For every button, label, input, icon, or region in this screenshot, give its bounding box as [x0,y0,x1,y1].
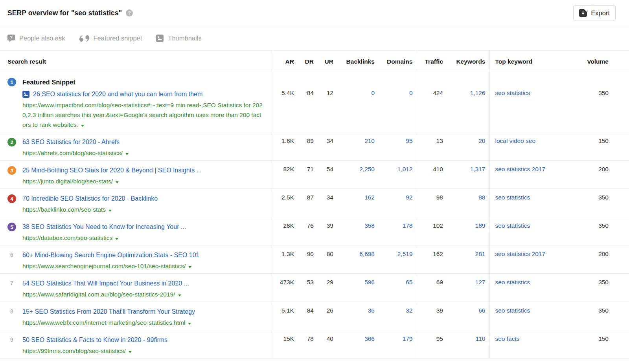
top-keyword-link[interactable]: seo facts [489,330,568,359]
result-url-line: https://www.searchenginejournal.com/seo-… [22,261,265,271]
search-result-layout: 538 SEO Statistics You Need to Know for … [0,222,272,243]
volume-value: 150 [568,330,629,359]
result-title-link[interactable]: 38 SEO Statistics You Need to Know for I… [22,222,186,232]
backlinks-link[interactable]: 596 [333,274,375,302]
url-dropdown-caret[interactable] [129,351,132,353]
backlinks-link[interactable]: 358 [333,217,375,245]
url-dropdown-caret[interactable] [188,266,191,268]
column-header-backlinks[interactable]: Backlinks [333,51,375,72]
domains-link[interactable]: 1,012 [375,161,417,189]
filter-thumbnails[interactable]: Thumbnails [156,35,201,42]
top-keyword-link[interactable]: seo statistics [489,274,568,302]
page-title: SERP overview for "seo statistics" [7,9,122,17]
result-title-link[interactable]: 15+ SEO Statistics From 2020 That'll Tra… [22,307,195,316]
filter-featured-snippet[interactable]: Featured snippet [79,35,142,42]
keywords-link[interactable]: 127 [447,274,489,302]
keywords-link[interactable]: 189 [447,217,489,245]
result-title-link[interactable]: 25 Mind-Bottling SEO Stats for 2020 & Be… [22,166,202,175]
dr-value: 84 [294,72,314,132]
column-header-dr[interactable]: DR [294,51,314,72]
ur-value: 80 [314,245,333,274]
backlinks-link[interactable]: 0 [333,72,375,132]
backlinks-link[interactable]: 162 [333,189,375,217]
result-title-link[interactable]: 50 SEO Statistics & Facts to Know in 202… [22,335,167,345]
result-title-link[interactable]: 63 SEO Statistics for 2020 - Ahrefs [22,137,120,147]
top-keyword-link[interactable]: seo statistics [489,72,568,132]
column-header-ur[interactable]: UR [314,51,333,72]
result-url-line: https://backlinko.com/seo-stats [22,205,265,214]
search-result: 63 SEO Statistics for 2020 - Ahrefshttps… [22,137,272,158]
column-header-top-keyword[interactable]: Top keyword [489,51,568,72]
backlinks-link[interactable]: 210 [333,132,375,161]
table-row: 538 SEO Statistics You Need to Know for … [0,217,629,245]
column-header-traffic[interactable]: Traffic [417,51,447,72]
search-result: 54 SEO Statistics That Will Impact Your … [22,279,272,299]
keywords-link[interactable]: 20 [447,132,489,161]
column-header-keywords[interactable]: Keywords [447,51,489,72]
result-title-link[interactable]: 60+ Mind-Blowing Search Engine Optimizat… [22,251,199,260]
result-url: https://www.safaridigital.com.au/blog/se… [22,291,175,298]
filter-people-also-ask[interactable]: ? People also ask [7,35,65,42]
domains-link[interactable]: 0 [375,72,417,132]
top-keyword-link[interactable]: seo statistics [489,302,568,330]
ur-value: 40 [314,330,333,359]
backlinks-link[interactable]: 36 [333,302,375,330]
backlinks-link[interactable]: 2,250 [333,161,375,189]
column-header-domains[interactable]: Domains [375,51,417,72]
search-result-cell: 815+ SEO Statistics From 2020 That'll Tr… [0,302,272,330]
url-dropdown-caret[interactable] [125,153,129,155]
search-result-layout: 470 Incredible SEO Statistics for 2020 -… [0,194,272,214]
url-dropdown-caret[interactable] [116,181,119,183]
result-title-link[interactable]: 26 SEO statistics for 2020 and what you … [33,90,202,99]
top-keyword-link[interactable]: seo statistics 2017 [489,161,568,189]
result-url-line: https://99firms.com/blog/seo-statistics/ [22,346,265,356]
domains-link[interactable]: 32 [375,302,417,330]
featured-snippet-label: Featured Snippet [22,77,265,87]
result-url-line: https://www.webfx.com/internet-marketing… [22,318,265,327]
column-header-ar[interactable]: AR [272,51,294,72]
volume-value: 200 [568,245,629,274]
domains-link[interactable]: 95 [375,132,417,161]
keywords-link[interactable]: 110 [447,330,489,359]
domains-link[interactable]: 2,519 [375,245,417,274]
keywords-link[interactable]: 1,317 [447,161,489,189]
column-header-volume[interactable]: Volume [568,51,629,72]
question-bubble-icon: ? [7,35,15,42]
domains-link[interactable]: 178 [375,217,417,245]
result-title-link[interactable]: 70 Incredible SEO Statistics for 2020 - … [22,194,158,203]
url-dropdown-caret[interactable] [81,125,84,127]
top-keyword-link[interactable]: seo statistics [489,189,568,217]
keywords-link[interactable]: 281 [447,245,489,274]
url-dropdown-caret[interactable] [188,323,191,325]
top-keyword-link[interactable]: seo statistics [489,217,568,245]
dr-value: 90 [294,245,314,274]
result-title-line: 25 Mind-Bottling SEO Stats for 2020 & Be… [22,166,265,175]
search-result: 50 SEO Statistics & Facts to Know in 202… [22,335,272,356]
backlinks-link[interactable]: 6,698 [333,245,375,274]
result-url: https://www.impactbnd.com/blog/seo-stati… [22,102,263,128]
domains-link[interactable]: 92 [375,189,417,217]
url-dropdown-caret[interactable] [115,238,118,240]
top-keyword-link[interactable]: seo statistics 2017 [489,245,568,274]
ur-value: 34 [314,189,333,217]
domains-link[interactable]: 179 [375,330,417,359]
volume-value: 350 [568,274,629,302]
keywords-link[interactable]: 88 [447,189,489,217]
ar-value: 28K [272,217,294,245]
domains-link[interactable]: 65 [375,274,417,302]
keywords-link[interactable]: 1,126 [447,72,489,132]
url-dropdown-caret[interactable] [109,210,112,212]
keywords-link[interactable]: 66 [447,302,489,330]
result-title-line: 15+ SEO Statistics From 2020 That'll Tra… [22,307,265,316]
url-dropdown-caret[interactable] [178,294,181,296]
column-header-search-result[interactable]: Search result [0,51,272,72]
result-url-line: https://junto.digital/blog/seo-stats/ [22,176,265,186]
ar-value: 5.4K [272,72,294,132]
result-title-link[interactable]: 54 SEO Statistics That Will Impact Your … [22,279,189,288]
export-button[interactable]: Export [573,5,616,20]
result-title-line: 63 SEO Statistics for 2020 - Ahrefs [22,137,265,147]
help-icon[interactable]: ? [126,9,133,16]
top-keyword-link[interactable]: local video seo [489,132,568,161]
backlinks-link[interactable]: 366 [333,330,375,359]
volume-value: 200 [568,161,629,189]
